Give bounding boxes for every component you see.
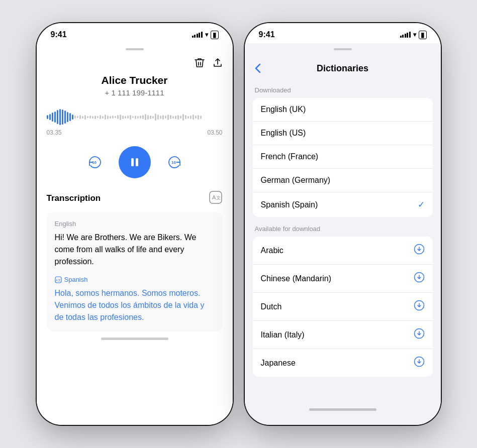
status-bar-2: 9:41 ▾ ▮ [245, 23, 441, 43]
list-item[interactable]: Italian (Italy) [253, 321, 433, 349]
home-indicator-1 [101, 338, 168, 340]
translated-lang-label: A文 Spanish [55, 276, 215, 283]
translate-small-icon: A文 [55, 276, 62, 283]
phone-voice-memo: 9:41 ▾ ▮ [37, 23, 233, 425]
wifi-icon: ▾ [205, 31, 208, 38]
dict-item-text-dutch: Dutch [261, 302, 282, 311]
transcription-card: English Hi! We are Brothers. We are Bike… [47, 212, 223, 331]
waveform-container: 03.35 03.50 [37, 107, 233, 144]
memo-toolbar [37, 57, 233, 74]
download-icon[interactable] [414, 356, 425, 370]
phone-dictionaries: 9:41 ▾ ▮ Dictionaries Downloaded [245, 23, 441, 425]
dict-item-text: German (Germany) [261, 176, 331, 185]
translated-transcript: Hola, somos hermanos. Somos moteros. Ven… [55, 287, 215, 323]
list-item[interactable]: Arabic [253, 237, 433, 265]
svg-rect-2 [136, 158, 138, 166]
transcription-header: Transcription A 文 [37, 190, 233, 212]
checkmark-icon: ✓ [418, 199, 425, 210]
forward-button[interactable]: 10 [166, 154, 183, 171]
download-icon[interactable] [414, 244, 425, 257]
original-lang-label: English [55, 220, 215, 228]
list-item[interactable]: French (France) [253, 145, 433, 169]
wifi-icon-2: ▾ [413, 31, 416, 38]
svg-text:10: 10 [171, 160, 176, 165]
downloaded-list: English (UK) English (US) French (France… [253, 98, 433, 217]
drag-handle [126, 48, 144, 50]
translated-lang-text: Spanish [64, 276, 88, 283]
back-button[interactable] [255, 63, 261, 73]
status-time-1: 9:41 [51, 30, 67, 39]
download-icon[interactable] [414, 300, 425, 313]
download-icon[interactable] [414, 272, 425, 285]
dict-item-text: Chinese (Mandarin) [261, 274, 332, 283]
dict-screen: Dictionaries Downloaded English (UK) Eng… [245, 43, 441, 425]
contact-phone: + 1 111 199-1111 [47, 88, 223, 97]
svg-rect-1 [131, 158, 134, 166]
dict-item-text: Spanish (Spain) [261, 200, 318, 209]
signal-icon-2 [400, 32, 411, 38]
dict-nav-title: Dictionaries [317, 63, 368, 74]
memo-screen: Alice Trucker + 1 111 199-1111 [37, 43, 233, 425]
list-item[interactable]: English (UK) [253, 98, 433, 122]
delete-button[interactable] [195, 57, 205, 68]
list-item-selected[interactable]: Spanish (Spain) ✓ [253, 192, 433, 217]
waveform-time: 03.35 03.50 [47, 127, 223, 144]
contact-info: Alice Trucker + 1 111 199-1111 [37, 74, 233, 107]
share-button[interactable] [213, 57, 223, 68]
signal-icon [192, 32, 203, 38]
available-section-label: Available for download [245, 217, 441, 237]
rewind-button[interactable]: 10 [86, 154, 104, 171]
pause-button[interactable] [119, 146, 151, 178]
dict-item-text: Arabic [261, 246, 283, 255]
dict-item-text: Japanese [261, 359, 296, 368]
waveform [47, 107, 223, 127]
drag-handle-2 [334, 48, 352, 50]
list-item-dutch[interactable]: Dutch [253, 293, 433, 321]
status-time-2: 9:41 [259, 30, 275, 39]
dict-item-text: English (UK) [261, 105, 306, 114]
list-item[interactable]: English (US) [253, 122, 433, 145]
translate-button[interactable]: A 文 [209, 190, 223, 206]
download-icon[interactable] [414, 328, 425, 342]
available-list: Arabic Chinese (Mandarin) [253, 237, 433, 377]
home-indicator-2 [309, 408, 376, 411]
list-item[interactable]: Japanese [253, 349, 433, 377]
status-bar-1: 9:41 ▾ ▮ [37, 23, 233, 43]
list-item[interactable]: German (Germany) [253, 169, 433, 192]
downloaded-section-label: Downloaded [245, 78, 441, 98]
transcription-title: Transcription [47, 193, 101, 203]
battery-icon-2: ▮ [419, 31, 427, 39]
time-end: 03.50 [207, 129, 222, 136]
dict-item-text: English (US) [261, 129, 306, 138]
dict-item-text: Italian (Italy) [261, 330, 305, 340]
svg-text:A: A [212, 194, 216, 200]
playback-controls: 10 10 [37, 146, 233, 190]
svg-text:10: 10 [92, 160, 97, 165]
original-transcript: Hi! We are Brothers. We are Bikers. We c… [55, 232, 215, 268]
time-start: 03.35 [47, 129, 62, 136]
list-item[interactable]: Chinese (Mandarin) [253, 265, 433, 293]
dict-nav: Dictionaries [245, 57, 441, 78]
svg-text:文: 文 [216, 195, 221, 200]
status-icons-1: ▾ ▮ [192, 31, 219, 39]
svg-text:A文: A文 [56, 278, 61, 281]
battery-icon: ▮ [211, 31, 219, 39]
dict-item-text: French (France) [261, 152, 319, 161]
status-icons-2: ▾ ▮ [400, 31, 427, 39]
contact-name: Alice Trucker [47, 74, 223, 86]
